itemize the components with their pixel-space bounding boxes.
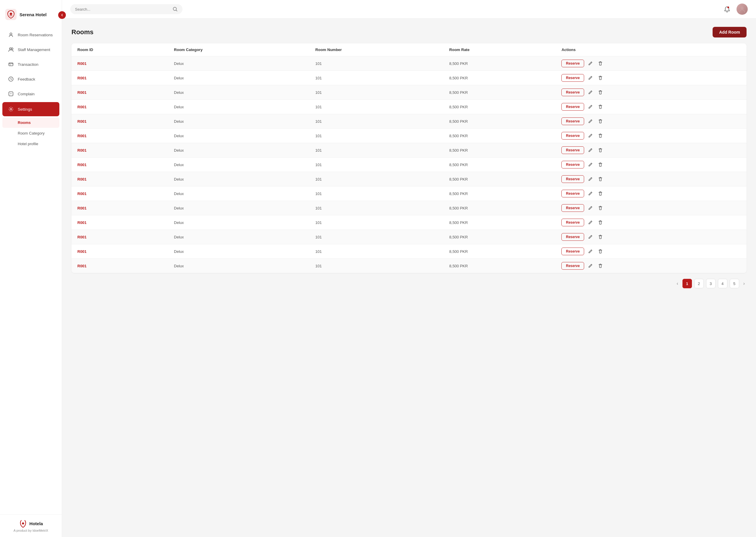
delete-icon[interactable] <box>597 233 604 241</box>
table-row: R001 Delux 101 8,500 PKR Reserve <box>71 157 746 172</box>
delete-icon[interactable] <box>597 190 604 197</box>
edit-icon[interactable] <box>587 190 594 197</box>
page-number-button[interactable]: 2 <box>694 279 704 288</box>
cell-actions: Reserve <box>556 230 746 244</box>
cell-actions: Reserve <box>556 129 746 143</box>
edit-icon[interactable] <box>587 161 594 169</box>
delete-icon[interactable] <box>597 204 604 212</box>
reserve-button[interactable]: Reserve <box>561 89 584 96</box>
cell-actions: Reserve <box>556 172 746 186</box>
reserve-button[interactable]: Reserve <box>561 161 584 169</box>
avatar[interactable] <box>736 4 748 15</box>
edit-icon[interactable] <box>587 74 594 82</box>
cell-room-category: Delux <box>168 259 309 273</box>
sidebar-toggle-button[interactable] <box>58 11 66 19</box>
delete-icon[interactable] <box>597 219 604 226</box>
reserve-button[interactable]: Reserve <box>561 190 584 197</box>
table-row: R001 Delux 101 8,500 PKR Reserve <box>71 129 746 143</box>
app-name: Serena Hotel <box>20 12 47 17</box>
cell-room-id: R001 <box>71 201 168 215</box>
cell-room-rate: 8,500 PKR <box>443 244 556 259</box>
page-number-button[interactable]: 3 <box>706 279 716 288</box>
edit-icon[interactable] <box>587 132 594 140</box>
delete-icon[interactable] <box>597 175 604 183</box>
sub-nav-hotel-profile[interactable]: Hotel profile <box>2 139 59 149</box>
edit-icon[interactable] <box>587 175 594 183</box>
delete-icon[interactable] <box>597 248 604 255</box>
cell-room-category: Delux <box>168 215 309 230</box>
cell-actions: Reserve <box>556 157 746 172</box>
sidebar-item-room-reservations[interactable]: Room Reservations <box>2 28 59 42</box>
reserve-button[interactable]: Reserve <box>561 74 584 82</box>
reserve-button[interactable]: Reserve <box>561 219 584 226</box>
reserve-button[interactable]: Reserve <box>561 60 584 67</box>
cell-room-id: R001 <box>71 100 168 114</box>
delete-icon[interactable] <box>597 132 604 140</box>
reserve-button[interactable]: Reserve <box>561 233 584 241</box>
search-input[interactable] <box>75 7 170 12</box>
table-row: R001 Delux 101 8,500 PKR Reserve <box>71 172 746 186</box>
sub-nav-rooms-label: Rooms <box>18 120 31 125</box>
pagination-prev-button[interactable]: ‹ <box>675 280 680 287</box>
cell-actions: Reserve <box>556 244 746 259</box>
edit-icon[interactable] <box>587 204 594 212</box>
sidebar-logo: Serena Hotel <box>0 6 62 27</box>
reserve-button[interactable]: Reserve <box>561 146 584 154</box>
edit-icon[interactable] <box>587 103 594 111</box>
sidebar: Serena Hotel Room Reservations Staff Man… <box>0 0 62 537</box>
cell-actions: Reserve <box>556 215 746 230</box>
pagination-next-button[interactable]: › <box>741 280 746 287</box>
add-room-button[interactable]: Add Room <box>713 27 746 37</box>
cell-room-id: R001 <box>71 129 168 143</box>
sidebar-item-complain[interactable]: Complain <box>2 87 59 101</box>
cell-room-rate: 8,500 PKR <box>443 56 556 71</box>
delete-icon[interactable] <box>597 89 604 96</box>
notification-button[interactable] <box>722 4 733 15</box>
reserve-button[interactable]: Reserve <box>561 262 584 270</box>
sidebar-label-transaction: Transaction <box>18 62 38 67</box>
col-room-number: Room Number <box>309 43 443 56</box>
complain-icon <box>8 91 14 97</box>
table-row: R001 Delux 101 8,500 PKR Reserve <box>71 71 746 85</box>
cell-room-category: Delux <box>168 56 309 71</box>
sidebar-item-settings[interactable]: Settings <box>2 102 59 116</box>
edit-icon[interactable] <box>587 248 594 255</box>
sub-nav-rooms[interactable]: Rooms <box>2 117 59 128</box>
delete-icon[interactable] <box>597 117 604 125</box>
edit-icon[interactable] <box>587 262 594 270</box>
table-row: R001 Delux 101 8,500 PKR Reserve <box>71 201 746 215</box>
bell-icon <box>724 6 730 12</box>
edit-icon[interactable] <box>587 219 594 226</box>
cell-actions: Reserve <box>556 100 746 114</box>
delete-icon[interactable] <box>597 146 604 154</box>
sidebar-item-feedback[interactable]: Feedback <box>2 72 59 86</box>
edit-icon[interactable] <box>587 233 594 241</box>
edit-icon[interactable] <box>587 117 594 125</box>
cell-room-rate: 8,500 PKR <box>443 157 556 172</box>
reserve-button[interactable]: Reserve <box>561 103 584 111</box>
sub-nav-room-category[interactable]: Room Category <box>2 128 59 138</box>
cell-room-category: Delux <box>168 244 309 259</box>
edit-icon[interactable] <box>587 60 594 67</box>
reserve-button[interactable]: Reserve <box>561 175 584 183</box>
sidebar-footer: Hotela A product by IdoeMetriX <box>0 514 62 537</box>
delete-icon[interactable] <box>597 74 604 82</box>
delete-icon[interactable] <box>597 103 604 111</box>
sidebar-item-staff-management[interactable]: Staff Management <box>2 42 59 57</box>
delete-icon[interactable] <box>597 262 604 270</box>
delete-icon[interactable] <box>597 161 604 169</box>
delete-icon[interactable] <box>597 60 604 67</box>
reserve-button[interactable]: Reserve <box>561 204 584 212</box>
reserve-button[interactable]: Reserve <box>561 117 584 125</box>
edit-icon[interactable] <box>587 146 594 154</box>
page-number-button[interactable]: 5 <box>730 279 739 288</box>
sidebar-item-transaction[interactable]: Transaction <box>2 57 59 71</box>
edit-icon[interactable] <box>587 89 594 96</box>
reserve-button[interactable]: Reserve <box>561 248 584 255</box>
rooms-table-container: Room ID Room Category Room Number Room R… <box>71 43 746 273</box>
cell-room-number: 101 <box>309 157 443 172</box>
search-bar[interactable] <box>70 4 183 14</box>
page-number-button[interactable]: 4 <box>718 279 727 288</box>
page-number-button[interactable]: 1 <box>683 279 692 288</box>
reserve-button[interactable]: Reserve <box>561 132 584 140</box>
